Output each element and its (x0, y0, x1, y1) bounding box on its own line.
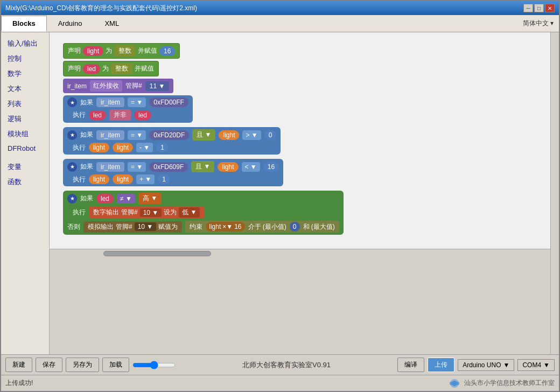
exec2-light[interactable]: light (89, 143, 109, 152)
exec2-light2[interactable]: light (113, 143, 133, 152)
if2-eq-op[interactable]: = ▼ (128, 130, 146, 140)
board-select[interactable]: Arduino UNO ▼ (458, 359, 514, 371)
exec1-row: 执行 led 并非 led (67, 109, 188, 121)
sidebar-item-dfrobot[interactable]: DFRobot (3, 142, 47, 155)
scrollbar-thumb[interactable] (103, 251, 211, 256)
if2-and[interactable]: 且 ▼ (192, 129, 215, 141)
if3-num16[interactable]: 16 (263, 162, 279, 172)
if2-hex[interactable]: 0xFD20DF (149, 130, 189, 140)
star-icon-4: ★ (67, 194, 77, 204)
constrain-min-val[interactable]: 0 (290, 222, 300, 232)
if1-hex[interactable]: 0xFD00FF (149, 97, 188, 107)
zoom-slider[interactable] (132, 361, 176, 369)
if3-and[interactable]: 且 ▼ (191, 161, 214, 172)
sidebar-item-funcs[interactable]: 函数 (3, 175, 47, 189)
if3-eq-op[interactable]: = ▼ (128, 162, 146, 172)
if1-eq-op[interactable]: = ▼ (128, 97, 146, 107)
exec3-row: 执行 light light + ▼ 1 (67, 174, 279, 184)
sidebar: 输入/输出 控制 数学 文本 列表 逻辑 模块组 DFRobot 变量 函数 (1, 32, 50, 354)
close-button[interactable]: ✕ (545, 4, 555, 12)
vertical-scrollbar[interactable] (550, 32, 559, 354)
sidebar-item-text[interactable]: 文本 (3, 82, 47, 96)
declare-block-light[interactable]: 声明 light 为 整数 并赋值 16 (63, 43, 180, 59)
sidebar-item-math[interactable]: 数学 (3, 67, 47, 81)
declare-light-block: 声明 light 为 整数 并赋值 16 (63, 43, 537, 59)
status-bar: 上传成功! 汕头市小学信息技术教师工作室 (1, 375, 559, 391)
exec3-label: 执行 (73, 175, 86, 184)
val-16[interactable]: 16 (159, 46, 175, 56)
canvas[interactable]: 声明 light 为 整数 并赋值 16 声明 led (50, 32, 550, 249)
maximize-button[interactable]: □ (534, 4, 544, 12)
sidebar-item-list[interactable]: 列表 (3, 97, 47, 111)
if1-ir-item[interactable]: ir_item (96, 97, 124, 107)
exec3-num1[interactable]: 1 (158, 174, 170, 184)
constrain-num16: 16 (234, 223, 241, 230)
exec4-low[interactable]: 低 ▼ (179, 207, 200, 218)
exec2-num1[interactable]: 1 (156, 143, 169, 152)
constrain-val[interactable]: light ×▼ 16 (206, 222, 244, 232)
if-block-3: ★ 如果 ir_item = ▼ 0xFD609F 且 ▼ light < ▼ … (63, 159, 537, 187)
constrain-block[interactable]: 约束 light ×▼ 16 介于 (最小值) 0 和 (最大值) (185, 221, 339, 233)
tab-arduino[interactable]: Arduino (47, 16, 94, 31)
if2-num0[interactable]: 0 (264, 130, 277, 140)
exec3-light2[interactable]: light (113, 174, 133, 184)
sidebar-item-control[interactable]: 控制 (3, 52, 47, 66)
if3-container: ★ 如果 ir_item = ▼ 0xFD609F 且 ▼ light < ▼ … (63, 159, 283, 186)
exec4-pin10[interactable]: 10 ▼ (140, 208, 162, 217)
if2-gt-op[interactable]: > ▼ (242, 130, 261, 140)
sidebar-item-modules[interactable]: 模块组 (3, 127, 47, 141)
else-pin10[interactable]: 10 ▼ (135, 222, 157, 231)
ir-receive-block[interactable]: ir_item 红外接收 管脚# 11 ▼ (63, 79, 173, 93)
exec2-label: 执行 (73, 143, 86, 152)
type-int[interactable]: 整数 (114, 45, 136, 57)
compile-button[interactable]: 编译 (397, 358, 424, 372)
star-icon-1: ★ (67, 97, 77, 107)
type-int2[interactable]: 整数 (111, 63, 132, 74)
exec1-led2[interactable]: led (134, 110, 151, 120)
window-title: Mixly(G:\Arduino_CD\创客教育的理念与实践配套代码\遥控灯2.… (5, 4, 197, 13)
star-icon-3: ★ (67, 162, 77, 172)
if4-led[interactable]: led (96, 194, 114, 204)
ir-pin[interactable]: 11 ▼ (145, 81, 170, 91)
if3-hex[interactable]: 0xFD609F (149, 162, 188, 172)
if2-ir-item[interactable]: ir_item (96, 130, 124, 140)
tab-xml[interactable]: XML (93, 16, 130, 31)
if2-light[interactable]: light (219, 130, 239, 140)
if4-high[interactable]: 高 ▼ (138, 193, 162, 204)
new-button[interactable]: 新建 (5, 358, 32, 372)
port-select[interactable]: COM4 ▼ (517, 359, 555, 371)
constrain-light: light (209, 223, 221, 230)
exec1-led[interactable]: led (89, 110, 106, 120)
declare-led-block: 声明 led 为 整数 并赋值 (63, 61, 537, 76)
exec4-row: 执行 数字输出 管脚# 10 ▼ 设为 低 ▼ (67, 206, 339, 219)
declare-block-led[interactable]: 声明 led 为 整数 并赋值 (63, 61, 159, 76)
var-led[interactable]: led (83, 64, 100, 74)
if3-lt-op[interactable]: < ▼ (242, 162, 260, 172)
save-as-button[interactable]: 另存为 (66, 358, 99, 372)
exec3-light[interactable]: light (89, 174, 109, 184)
if4-neq-op[interactable]: ≠ ▼ (117, 194, 135, 204)
var-light[interactable]: light (83, 46, 103, 56)
minimize-button[interactable]: ─ (523, 4, 533, 12)
exec1-not[interactable]: 并非 (109, 109, 131, 121)
if3-row: ★ 如果 ir_item = ▼ 0xFD609F 且 ▼ light < ▼ … (67, 161, 279, 172)
exec4-label: 执行 (73, 208, 86, 217)
sidebar-item-vars[interactable]: 变量 (3, 160, 47, 174)
else-analog-out[interactable]: 模拟输出 管脚# 10 ▼ 赋值为 (83, 221, 182, 233)
load-button[interactable]: 加载 (102, 358, 129, 372)
exec1-label: 执行 (73, 110, 86, 120)
tab-blocks[interactable]: Blocks (1, 16, 47, 32)
exec2-minus-op[interactable]: - ▼ (136, 143, 153, 152)
version-text: 北师大创客教育实验室V0.91 (179, 360, 394, 370)
exec3-plus-op[interactable]: + ▼ (136, 174, 155, 184)
horizontal-scrollbar[interactable] (50, 249, 550, 257)
language-selector[interactable]: 简体中文 ▾ (523, 19, 554, 28)
if3-light[interactable]: light (218, 162, 238, 172)
main-area: 输入/输出 控制 数学 文本 列表 逻辑 模块组 DFRobot 变量 函数 声… (1, 32, 559, 354)
sidebar-item-logic[interactable]: 逻辑 (3, 112, 47, 126)
upload-button[interactable]: 上传 (428, 358, 454, 372)
if3-ir-item[interactable]: ir_item (96, 162, 124, 172)
sidebar-item-io[interactable]: 输入/输出 (3, 37, 47, 51)
save-button[interactable]: 保存 (36, 358, 62, 372)
exec4-digital-out[interactable]: 数字输出 管脚# 10 ▼ 设为 低 ▼ (89, 206, 204, 219)
